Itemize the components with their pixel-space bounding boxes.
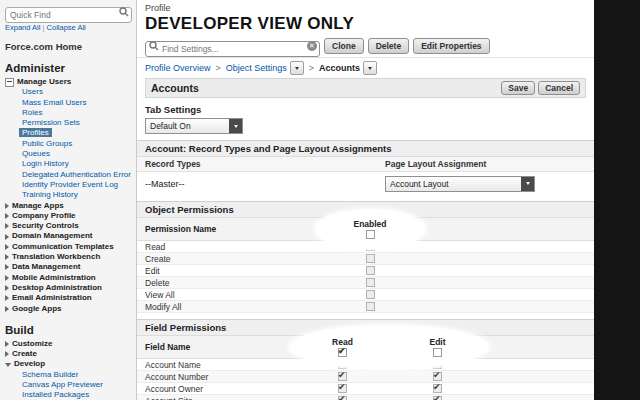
sidebar-item-identity-provider-event-log[interactable]: Identity Provider Event Log [5,180,132,190]
sidebar-item-email-administration[interactable]: Email Administration [5,293,132,303]
expand-all-link[interactable]: Expand All [5,23,40,32]
sidebar-item-security-controls[interactable]: Security Controls [5,221,132,231]
field-read-checkbox[interactable] [338,372,347,381]
sidebar-item-desktop-administration[interactable]: Desktop Administration [5,283,132,293]
field-edit-checkbox[interactable] [433,384,442,393]
page-layout-select[interactable]: Account Layout [385,176,535,192]
expand-arrow-icon [5,203,9,209]
sidebar-item-training-history[interactable]: Training History [5,190,132,200]
chevron-down-icon [368,67,372,70]
sidebar-item-company-profile[interactable]: Company Profile [5,211,132,221]
collapse-all-link[interactable]: Collapse All [47,23,86,32]
sidebar-item-schema-builder[interactable]: Schema Builder [5,370,132,380]
item-label: Schema Builder [19,370,81,379]
item-label: Profiles [19,128,52,137]
sidebar-item-profiles[interactable]: Profiles [5,128,132,138]
edit-master-checkbox[interactable] [433,348,442,357]
sidebar-item-permission-sets[interactable]: Permission Sets [5,118,132,128]
forcecom-home-link[interactable]: Force.com Home [5,41,132,52]
permission-enabled-checkbox[interactable] [366,266,375,275]
record-types-section-bar: Account: Record Types and Page Layout As… [137,140,594,157]
clear-icon[interactable]: ✕ [307,41,317,51]
field-name: Account Site [145,396,295,400]
field-name: Account Owner [145,384,295,394]
sidebar-item-translation-workbench[interactable]: Translation Workbench [5,252,132,262]
object-permission-row: View All [137,289,594,301]
expand-arrow-icon [5,285,9,291]
page-header: Profile DEVELOPER VIEW ONLY [137,0,594,34]
administer-heading: Administer [5,62,132,74]
object-permission-row: Edit [137,265,594,277]
sidebar-item-develop[interactable]: Develop [5,359,132,369]
sidebar-item-canvas-app-previewer[interactable]: Canvas App Previewer [5,380,132,390]
field-permission-row: Account Number [137,371,594,383]
permission-enabled-checkbox[interactable] [366,278,375,287]
sidebar-item-customize[interactable]: Customize [5,339,132,349]
save-button[interactable]: Save [501,81,535,95]
field-read-checkbox[interactable] [338,396,347,400]
quick-find-input[interactable] [5,7,132,23]
edit-label: Edit [429,337,445,347]
page-title: DEVELOPER VIEW ONLY [145,14,586,34]
field-edit-checkbox[interactable] [433,396,442,400]
cancel-button[interactable]: Cancel [538,81,580,95]
setup-sidebar: Expand All | Collapse All Force.com Home… [0,0,137,400]
clone-button[interactable]: Clone [324,38,364,54]
field-permission-row: Account Site [137,395,594,400]
sidebar-item-manage-apps[interactable]: Manage Apps [5,201,132,211]
expand-arrow-icon [5,254,9,260]
sidebar-item-manage-users[interactable]: Manage Users [5,77,132,87]
find-settings: ✕ [145,38,320,54]
item-label: Queues [19,149,53,158]
sidebar-item-create[interactable]: Create [5,349,132,359]
link-divider: | [43,23,45,32]
breadcrumb-profile-overview[interactable]: Profile Overview [145,63,211,73]
permission-enabled-checkbox[interactable] [366,254,375,263]
field-edit-checkbox[interactable] [433,372,442,381]
collapse-arrow-icon [5,363,11,367]
item-label: Security Controls [12,221,79,231]
sidebar-item-mobile-administration[interactable]: Mobile Administration [5,273,132,283]
collapse-minus-icon[interactable] [5,78,14,87]
permission-name: View All [145,290,310,300]
item-label: Public Groups [19,139,75,148]
sidebar-item-google-apps[interactable]: Google Apps [5,304,132,314]
sidebar-item-public-groups[interactable]: Public Groups [5,139,132,149]
salesforce-setup-window: Expand All | Collapse All Force.com Home… [0,0,594,400]
delete-button[interactable]: Delete [368,38,410,54]
enabled-master-checkbox[interactable] [366,230,375,239]
sidebar-item-data-management[interactable]: Data Management [5,262,132,272]
sidebar-item-delegated-auth-error-history[interactable]: Delegated Authentication Error History [5,170,132,180]
read-column-header: Read [295,337,390,357]
accounts-dropdown-button[interactable] [363,61,377,75]
field-read-checkbox[interactable] [338,384,347,393]
read-master-checkbox[interactable] [338,348,347,357]
breadcrumb-object-settings[interactable]: Object Settings [226,63,287,73]
sidebar-item-domain-management[interactable]: Domain Management [5,231,132,241]
item-label: Translation Workbench [12,252,100,262]
sidebar-item-mass-email-users[interactable]: Mass Email Users [5,98,132,108]
build-tree: Customize Create Develop Schema Builder … [5,339,132,400]
object-settings-dropdown-button[interactable] [290,61,304,75]
expand-arrow-icon [5,264,9,270]
search-icon [119,7,129,17]
tab-settings-select[interactable]: Default On [145,118,243,134]
item-label: Identity Provider Event Log [19,180,121,189]
sidebar-item-login-history[interactable]: Login History [5,159,132,169]
object-permissions-header-row: Permission Name Enabled [137,218,594,241]
item-label: Company Profile [12,211,76,221]
sidebar-item-installed-packages[interactable]: Installed Packages [5,390,132,400]
edit-properties-button[interactable]: Edit Properties [413,38,489,54]
breadcrumb-accounts: Accounts [319,63,360,73]
permission-enabled-checkbox[interactable] [366,302,375,311]
permission-name: Edit [145,266,310,276]
sidebar-item-communication-templates[interactable]: Communication Templates [5,242,132,252]
item-label: Data Management [12,262,80,272]
sidebar-item-roles[interactable]: Roles [5,108,132,118]
item-label: Mass Email Users [19,98,89,107]
find-settings-input[interactable] [145,41,320,57]
permission-enabled-checkbox[interactable] [366,290,375,299]
field-permission-row: Account Owner [137,383,594,395]
sidebar-item-queues[interactable]: Queues [5,149,132,159]
sidebar-item-users[interactable]: Users [5,87,132,97]
